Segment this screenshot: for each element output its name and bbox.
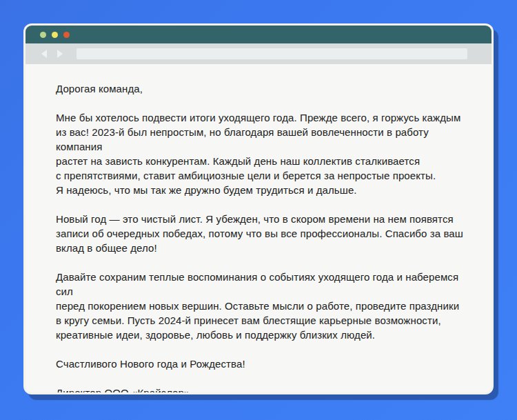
letter-paragraph: Мне бы хотелось подвести итоги уходящего… [56,110,478,197]
forward-button[interactable] [55,48,65,60]
desktop-background: Дорогая команда, Мне бы хотелось подвест… [0,0,517,420]
window-titlebar[interactable] [26,26,491,43]
letter-content: Дорогая команда, Мне бы хотелось подвест… [26,64,491,392]
back-button[interactable] [39,48,49,60]
letter-paragraph: Давайте сохраним теплые воспоминания о с… [56,270,478,342]
letter-signature: Директор ООО «Крайслер» Алексей Вишневск… [56,386,478,392]
address-bar-input[interactable] [77,48,467,59]
forward-arrow-icon [57,50,63,58]
traffic-light[interactable] [40,32,46,38]
traffic-light[interactable] [63,32,70,38]
letter-paragraph: Новый год — это чистый лист. Я убежден, … [56,212,478,255]
letter-greeting: Дорогая команда, [56,81,478,96]
browser-window: Дорогая команда, Мне бы хотелось подвест… [23,23,494,394]
traffic-light[interactable] [52,32,58,38]
letter-wish: Счастливого Нового года и Рождества! [56,357,478,371]
back-arrow-icon [41,50,47,58]
browser-toolbar [26,43,491,64]
